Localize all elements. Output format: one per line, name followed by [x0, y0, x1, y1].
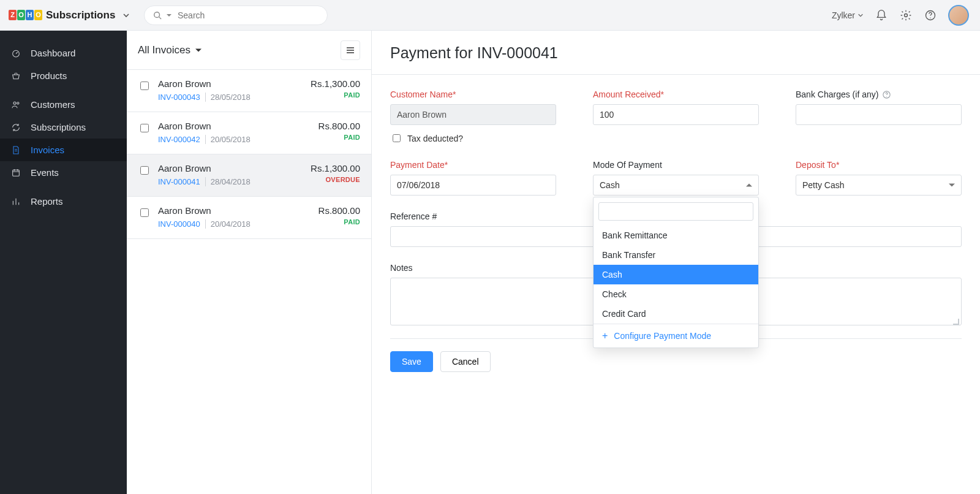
- bank-charges-input[interactable]: [796, 104, 962, 125]
- sidebar-item-label: Reports: [31, 196, 63, 207]
- sidebar-item-label: Subscriptions: [31, 122, 86, 132]
- org-switcher[interactable]: Zylker: [832, 10, 864, 20]
- invoice-amount: Rs.1,300.00: [311, 163, 360, 173]
- label-tax-deducted: Tax deducted?: [407, 134, 463, 143]
- svg-point-7: [17, 102, 19, 104]
- mode-option[interactable]: Cash: [594, 265, 758, 284]
- top-bar: ZOHO Subscriptions Zylker: [0, 0, 980, 31]
- invoice-customer: Aaron Brown: [158, 163, 303, 173]
- invoice-status: PAID: [311, 91, 360, 99]
- zoho-logo: ZOHO: [9, 10, 42, 20]
- help-icon[interactable]: [882, 90, 891, 99]
- sidebar-item-events[interactable]: Events: [0, 161, 127, 184]
- sidebar-item-label: Invoices: [31, 145, 64, 155]
- label-bank-charges: Bank Charges (if any): [796, 89, 962, 99]
- svg-point-5: [13, 50, 20, 57]
- payment-form-panel: Payment for INV-000041 Customer Name* Ta…: [372, 31, 980, 494]
- label-amount-received: Amount Received*: [593, 89, 759, 99]
- svg-point-0: [154, 12, 160, 17]
- chevron-down-icon: [858, 12, 864, 18]
- avatar[interactable]: [948, 5, 969, 26]
- invoice-filter-dropdown[interactable]: All Invoices: [138, 44, 202, 56]
- bar-chart-icon: [11, 197, 22, 207]
- invoice-amount: Rs.1,300.00: [311, 78, 360, 89]
- label-payment-date: Payment Date*: [390, 160, 556, 170]
- caret-up-icon: [746, 182, 752, 188]
- brand-switcher[interactable]: ZOHO Subscriptions: [0, 0, 127, 31]
- svg-rect-8: [13, 170, 20, 176]
- sidebar-item-customers[interactable]: Customers: [0, 93, 127, 116]
- invoice-row[interactable]: Aaron Brown INV-00004328/05/2018 Rs.1,30…: [127, 70, 371, 112]
- cancel-button[interactable]: Cancel: [440, 351, 491, 372]
- resize-handle-icon: [953, 319, 959, 325]
- search-icon: [153, 11, 162, 20]
- settings-icon[interactable]: [899, 9, 913, 22]
- tax-deducted-checkbox[interactable]: [393, 134, 401, 142]
- invoice-amount: Rs.800.00: [318, 121, 360, 131]
- sidebar-item-subscriptions[interactable]: Subscriptions: [0, 116, 127, 139]
- search-input[interactable]: [176, 10, 318, 21]
- payment-date-input[interactable]: [390, 175, 556, 196]
- invoice-number-link[interactable]: INV-000043: [158, 93, 206, 102]
- sidebar-item-label: Dashboard: [31, 48, 75, 58]
- sidebar-item-label: Products: [31, 70, 67, 81]
- invoice-row-checkbox[interactable]: [140, 82, 149, 90]
- list-title: All Invoices: [138, 44, 190, 56]
- bell-icon[interactable]: [875, 9, 888, 22]
- gauge-icon: [11, 48, 22, 58]
- invoice-date: 20/04/2018: [211, 219, 251, 229]
- sidebar-item-invoices[interactable]: Invoices: [0, 139, 127, 161]
- global-search[interactable]: [144, 6, 328, 25]
- invoice-list-panel: All Invoices Aaron Brown INV-00004328/05…: [127, 31, 372, 494]
- invoice-number-link[interactable]: INV-000042: [158, 135, 206, 144]
- invoice-amount: Rs.800.00: [318, 205, 360, 216]
- hamburger-icon: [345, 45, 355, 55]
- mode-option[interactable]: Bank Transfer: [594, 245, 758, 265]
- calendar-icon: [11, 168, 22, 178]
- refresh-icon: [11, 123, 22, 132]
- brand-name: Subscriptions: [46, 9, 115, 21]
- invoice-number-link[interactable]: INV-000040: [158, 219, 206, 229]
- invoice-row-checkbox[interactable]: [140, 166, 149, 175]
- invoice-customer: Aaron Brown: [158, 78, 303, 89]
- customer-name-input[interactable]: [390, 104, 556, 125]
- amount-received-input[interactable]: [593, 104, 759, 125]
- mode-dropdown: Bank RemittanceBank TransferCashCheckCre…: [593, 197, 759, 348]
- sidebar-item-products[interactable]: Products: [0, 64, 127, 87]
- invoice-status: PAID: [318, 218, 360, 226]
- mode-of-payment-select[interactable]: Cash: [593, 175, 759, 196]
- sidebar-item-reports[interactable]: Reports: [0, 190, 127, 213]
- save-button[interactable]: Save: [390, 351, 433, 372]
- chevron-down-icon: [123, 12, 130, 19]
- invoice-row-checkbox[interactable]: [140, 124, 149, 132]
- help-icon[interactable]: [924, 9, 937, 22]
- sidebar-item-dashboard[interactable]: Dashboard: [0, 42, 127, 64]
- mode-dropdown-search[interactable]: [598, 202, 753, 221]
- list-menu-button[interactable]: [341, 40, 360, 60]
- svg-point-6: [13, 102, 16, 104]
- sidebar: Dashboard Products Customers Subscriptio…: [0, 31, 127, 494]
- invoice-row-checkbox[interactable]: [140, 208, 149, 217]
- invoice-customer: Aaron Brown: [158, 121, 311, 131]
- invoice-status: OVERDUE: [311, 176, 360, 183]
- mode-option[interactable]: Bank Remittance: [594, 226, 758, 245]
- label-deposit-to: Deposit To*: [796, 160, 962, 170]
- invoice-row[interactable]: Aaron Brown INV-00004220/05/2018 Rs.800.…: [127, 112, 371, 154]
- mode-option[interactable]: Check: [594, 284, 758, 304]
- svg-line-1: [159, 17, 162, 19]
- mode-option[interactable]: Credit Card: [594, 304, 758, 324]
- plus-icon: +: [602, 330, 608, 341]
- invoice-row[interactable]: Aaron Brown INV-00004020/04/2018 Rs.800.…: [127, 197, 371, 239]
- deposit-to-select[interactable]: Petty Cash: [796, 175, 962, 196]
- page-title: Payment for INV-000041: [390, 44, 962, 62]
- caret-down-icon: [195, 47, 202, 53]
- invoice-row[interactable]: Aaron Brown INV-00004128/04/2018 Rs.1,30…: [127, 154, 371, 197]
- label-customer-name: Customer Name*: [390, 89, 556, 99]
- sidebar-item-label: Customers: [31, 99, 75, 110]
- invoice-date: 28/04/2018: [211, 177, 251, 186]
- sidebar-item-label: Events: [31, 167, 59, 178]
- configure-payment-mode[interactable]: + Configure Payment Mode: [594, 324, 758, 348]
- invoice-number-link[interactable]: INV-000041: [158, 177, 206, 186]
- label-mode-of-payment: Mode Of Payment: [593, 160, 759, 170]
- caret-down-icon: [167, 13, 172, 18]
